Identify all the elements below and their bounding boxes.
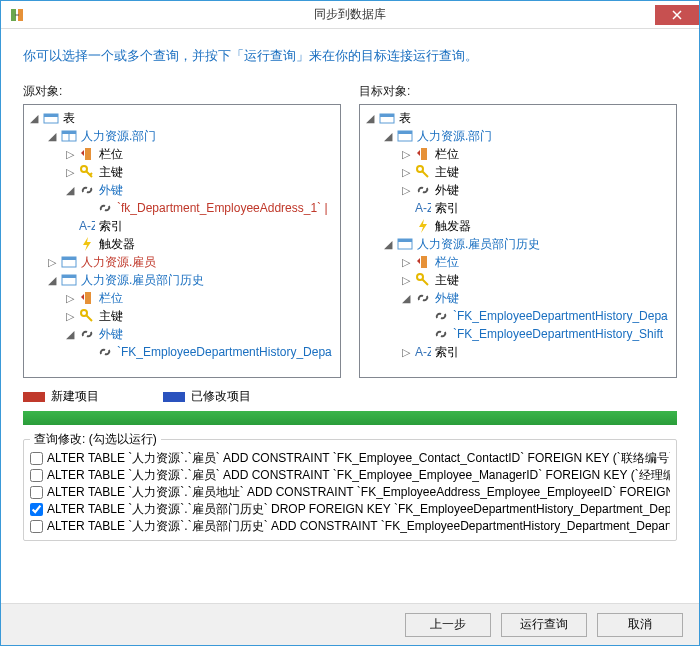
- tree-label[interactable]: 人力资源.部门: [417, 127, 492, 145]
- tree-label[interactable]: 主键: [435, 163, 459, 181]
- tree-label[interactable]: 栏位: [99, 145, 123, 163]
- svg-rect-7: [85, 148, 91, 160]
- tree-label[interactable]: 栏位: [435, 145, 459, 163]
- query-checkbox[interactable]: [30, 452, 43, 465]
- expander-icon[interactable]: ◢: [64, 185, 75, 196]
- key-icon: [415, 272, 431, 288]
- tree-label[interactable]: 外键: [435, 181, 459, 199]
- expander-icon[interactable]: ▷: [400, 275, 411, 286]
- expander-icon[interactable]: ▷: [64, 311, 75, 322]
- expander-icon[interactable]: ◢: [364, 113, 375, 124]
- svg-rect-19: [398, 131, 412, 134]
- footer: 上一步 运行查询 取消: [1, 603, 699, 645]
- target-pane: 目标对象: ◢表 ◢人力资源.部门 ▷栏位 ▷主键 ▷外键 ·A-Z索引 ·触发…: [359, 83, 677, 378]
- table-icon: [397, 236, 413, 252]
- expander-icon[interactable]: ▷: [400, 149, 411, 160]
- target-tree[interactable]: ◢表 ◢人力资源.部门 ▷栏位 ▷主键 ▷外键 ·A-Z索引 ·触发器 ◢人力资…: [359, 104, 677, 378]
- query-group-label: 查询修改: (勾选以运行): [30, 431, 161, 448]
- expander-icon[interactable]: ◢: [382, 239, 393, 250]
- expander-icon[interactable]: ▷: [64, 167, 75, 178]
- compare-panes: 源对象: ◢表 ◢人力资源.部门 ▷栏位 ▷主键 ◢外键 ·`fk_Depart…: [23, 83, 677, 378]
- query-text: ALTER TABLE `人力资源`.`雇员` ADD CONSTRAINT `…: [47, 467, 670, 484]
- svg-text:A-Z: A-Z: [415, 201, 431, 215]
- tree-label[interactable]: 索引: [435, 343, 459, 361]
- source-tree[interactable]: ◢表 ◢人力资源.部门 ▷栏位 ▷主键 ◢外键 ·`fk_Department_…: [23, 104, 341, 378]
- svg-rect-11: [62, 257, 76, 260]
- query-row[interactable]: ALTER TABLE `人力资源`.`雇员地址` ADD CONSTRAINT…: [26, 484, 674, 501]
- expander-icon[interactable]: ▷: [64, 293, 75, 304]
- expander-icon[interactable]: ▷: [400, 257, 411, 268]
- expander-icon[interactable]: ◢: [46, 131, 57, 142]
- tree-label[interactable]: 触发器: [435, 217, 471, 235]
- tree-label[interactable]: 人力资源.雇员部门历史: [81, 271, 204, 289]
- tree-label[interactable]: `fk_Department_EmployeeAddress_1` |: [117, 199, 328, 217]
- query-text: ALTER TABLE `人力资源`.`雇员部门历史` DROP FOREIGN…: [47, 501, 670, 518]
- columns-icon: [79, 146, 95, 162]
- tree-label[interactable]: 人力资源.部门: [81, 127, 156, 145]
- tree-label[interactable]: 触发器: [99, 235, 135, 253]
- expander-icon[interactable]: ▷: [400, 167, 411, 178]
- svg-text:A-Z: A-Z: [415, 345, 431, 359]
- svg-rect-14: [85, 292, 91, 304]
- query-checkbox[interactable]: [30, 503, 43, 516]
- svg-rect-24: [398, 239, 412, 242]
- tree-label[interactable]: 主键: [99, 307, 123, 325]
- tree-label[interactable]: `FK_EmployeeDepartmentHistory_Depa: [117, 343, 332, 361]
- tree-label[interactable]: 主键: [99, 163, 123, 181]
- query-row[interactable]: ALTER TABLE `人力资源`.`雇员部门历史` DROP FOREIGN…: [26, 501, 674, 518]
- expander-icon[interactable]: ◢: [28, 113, 39, 124]
- key-icon: [79, 308, 95, 324]
- tree-label[interactable]: 外键: [435, 289, 459, 307]
- query-checkbox[interactable]: [30, 486, 43, 499]
- query-checkbox[interactable]: [30, 469, 43, 482]
- run-query-button[interactable]: 运行查询: [501, 613, 587, 637]
- expander-icon[interactable]: ◢: [382, 131, 393, 142]
- query-row[interactable]: ALTER TABLE `人力资源`.`雇员` ADD CONSTRAINT `…: [26, 467, 674, 484]
- dialog-window: 同步到数据库 你可以选择一个或多个查询，并按下「运行查询」来在你的目标连接运行查…: [0, 0, 700, 646]
- svg-rect-17: [380, 114, 394, 117]
- query-text: ALTER TABLE `人力资源`.`雇员部门历史` ADD CONSTRAI…: [47, 518, 670, 535]
- expander-icon[interactable]: ▷: [400, 347, 411, 358]
- trigger-icon: [79, 236, 95, 252]
- swatch-new: [23, 392, 45, 402]
- table-icon: [61, 272, 77, 288]
- tree-label[interactable]: 索引: [435, 199, 459, 217]
- expander-icon[interactable]: ◢: [46, 275, 57, 286]
- query-checkbox[interactable]: [30, 520, 43, 533]
- query-list[interactable]: ALTER TABLE `人力资源`.`雇员` ADD CONSTRAINT `…: [26, 450, 674, 536]
- cancel-button[interactable]: 取消: [597, 613, 683, 637]
- expander-icon[interactable]: ▷: [400, 185, 411, 196]
- source-label: 源对象:: [23, 83, 341, 100]
- tree-label[interactable]: 人力资源.雇员: [81, 253, 156, 271]
- expander-icon[interactable]: ▷: [46, 257, 57, 268]
- table-icon: [61, 128, 77, 144]
- svg-rect-13: [62, 275, 76, 278]
- svg-rect-3: [44, 114, 58, 117]
- tree-label[interactable]: 人力资源.雇员部门历史: [417, 235, 540, 253]
- expander-icon[interactable]: ▷: [64, 149, 75, 160]
- expander-icon[interactable]: ◢: [400, 293, 411, 304]
- table-icon: [397, 128, 413, 144]
- tree-label[interactable]: 栏位: [99, 289, 123, 307]
- query-row[interactable]: ALTER TABLE `人力资源`.`雇员部门历史` ADD CONSTRAI…: [26, 518, 674, 535]
- tree-label[interactable]: 栏位: [435, 253, 459, 271]
- svg-text:A-Z: A-Z: [79, 219, 95, 233]
- expander-icon[interactable]: ◢: [64, 329, 75, 340]
- svg-rect-20: [421, 148, 427, 160]
- legend-new-label: 新建项目: [51, 388, 99, 405]
- prev-button[interactable]: 上一步: [405, 613, 491, 637]
- link-icon: [79, 326, 95, 342]
- link-icon: [79, 182, 95, 198]
- tree-label[interactable]: 索引: [99, 217, 123, 235]
- tree-label[interactable]: 主键: [435, 271, 459, 289]
- columns-icon: [79, 290, 95, 306]
- tree-label[interactable]: `FK_EmployeeDepartmentHistory_Shift: [453, 325, 663, 343]
- link-icon: [433, 308, 449, 324]
- svg-rect-25: [421, 256, 427, 268]
- query-row[interactable]: ALTER TABLE `人力资源`.`雇员` ADD CONSTRAINT `…: [26, 450, 674, 467]
- index-icon: A-Z: [79, 218, 95, 234]
- tree-label[interactable]: 外键: [99, 181, 123, 199]
- tree-label[interactable]: `FK_EmployeeDepartmentHistory_Depa: [453, 307, 668, 325]
- tree-label[interactable]: 外键: [99, 325, 123, 343]
- progress-bar: [23, 411, 677, 425]
